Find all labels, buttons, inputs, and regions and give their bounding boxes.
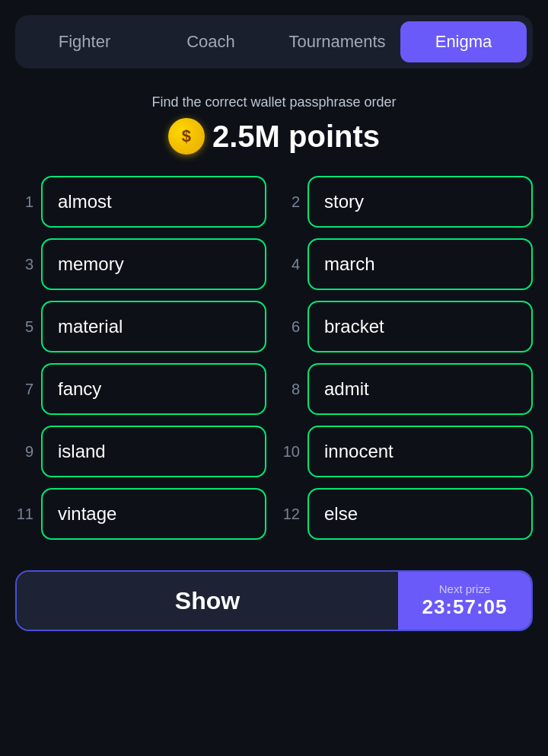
word-number-8: 8 — [282, 381, 300, 398]
word-cell-11: 11vintage — [15, 488, 266, 540]
word-box-3[interactable]: memory — [41, 238, 266, 290]
word-box-4[interactable]: march — [307, 238, 533, 290]
next-prize-label: Next prize — [439, 582, 491, 595]
word-box-5[interactable]: material — [41, 301, 266, 352]
bottom-bar: Show Next prize 23:57:05 — [15, 570, 533, 631]
nav-item-enigma[interactable]: Enigma — [400, 21, 527, 62]
word-cell-9: 9island — [15, 426, 266, 477]
word-cell-5: 5material — [15, 301, 266, 352]
show-button[interactable]: Show — [17, 572, 398, 630]
word-number-3: 3 — [15, 256, 33, 273]
word-box-10[interactable]: innocent — [307, 426, 533, 477]
nav-item-coach[interactable]: Coach — [148, 21, 274, 62]
word-number-10: 10 — [282, 443, 300, 461]
word-number-1: 1 — [15, 193, 33, 211]
next-prize-panel: Next prize 23:57:05 — [398, 572, 531, 630]
word-box-9[interactable]: island — [41, 426, 266, 477]
word-cell-8: 8admit — [282, 363, 533, 415]
word-cell-12: 12else — [282, 488, 533, 540]
word-number-12: 12 — [282, 506, 300, 523]
word-cell-10: 10innocent — [282, 426, 533, 477]
next-prize-timer: 23:57:05 — [422, 595, 507, 619]
word-box-8[interactable]: admit — [307, 363, 533, 415]
word-number-4: 4 — [282, 256, 300, 273]
nav-item-tournaments[interactable]: Tournaments — [274, 21, 400, 62]
word-box-1[interactable]: almost — [41, 176, 266, 228]
word-cell-3: 3memory — [15, 238, 266, 290]
word-number-7: 7 — [15, 381, 33, 398]
word-cell-2: 2story — [282, 176, 533, 228]
word-grid: 1almost2story3memory4march5material6brac… — [15, 176, 533, 540]
word-number-6: 6 — [282, 318, 300, 336]
word-box-12[interactable]: else — [307, 488, 533, 540]
word-number-5: 5 — [15, 318, 33, 336]
word-number-9: 9 — [15, 443, 33, 461]
word-box-6[interactable]: bracket — [307, 301, 533, 352]
word-number-2: 2 — [282, 193, 300, 211]
coin-icon: $ — [168, 118, 205, 155]
word-cell-1: 1almost — [15, 176, 266, 228]
word-box-7[interactable]: fancy — [41, 363, 266, 415]
page-subtitle: Find the correct wallet passphrase order — [151, 94, 396, 110]
points-display: $ 2.5M points — [168, 118, 380, 155]
navigation-bar: FighterCoachTournamentsEnigma — [15, 15, 533, 69]
word-box-2[interactable]: story — [307, 176, 533, 228]
word-cell-4: 4march — [282, 238, 533, 290]
points-value: 2.5M points — [212, 120, 380, 154]
word-box-11[interactable]: vintage — [41, 488, 266, 540]
nav-item-fighter[interactable]: Fighter — [21, 21, 148, 62]
word-cell-6: 6bracket — [282, 301, 533, 352]
word-number-11: 11 — [15, 506, 33, 523]
word-cell-7: 7fancy — [15, 363, 266, 415]
